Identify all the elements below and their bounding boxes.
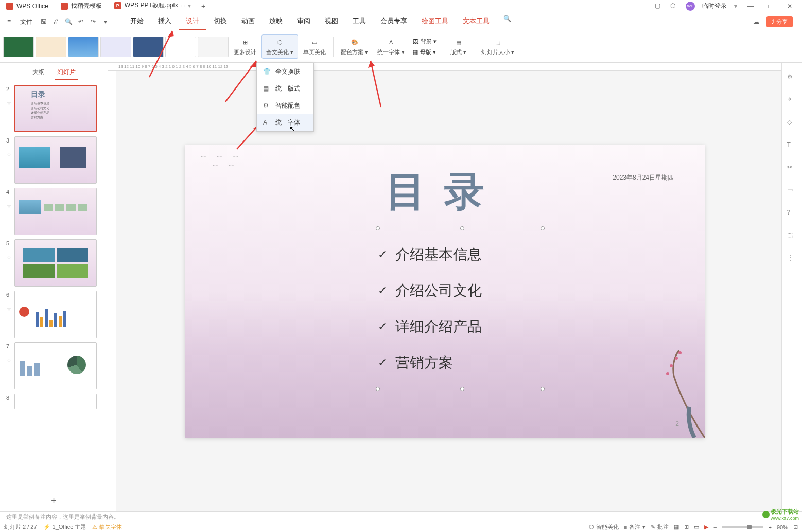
zoom-in-button[interactable]: + [769, 524, 772, 530]
zoom-slider-thumb[interactable] [747, 525, 752, 529]
print-icon[interactable]: 🖨 [51, 16, 61, 27]
tab-review[interactable]: 审阅 [290, 13, 318, 30]
cube-icon[interactable]: ⬡ [670, 2, 678, 10]
selection-handle[interactable] [541, 226, 545, 230]
star-icon[interactable]: ☆ [7, 306, 11, 312]
theme-info[interactable]: ⚡ 1_Office 主题 [43, 523, 86, 531]
content-item[interactable]: ✓介绍公司文化 [378, 281, 543, 300]
dropdown-item-font[interactable]: A 统一字体 [257, 114, 313, 131]
theme-thumbnail[interactable] [68, 37, 99, 57]
search-icon[interactable]: 🔍 [502, 13, 512, 24]
content-item[interactable]: ✓详细介绍产品 [378, 317, 543, 336]
theme-thumbnail[interactable] [36, 37, 66, 57]
selection-handle[interactable] [460, 387, 464, 391]
minimize-button[interactable]: — [744, 3, 757, 10]
user-avatar[interactable]: WP [686, 2, 695, 11]
tab-home[interactable]: 开始 [123, 13, 151, 30]
notes-toggle[interactable]: ≡ 备注 ▾ [624, 523, 646, 531]
slide-thumbnail[interactable] [14, 136, 97, 184]
help-icon[interactable]: ? [787, 209, 797, 219]
tab-slides[interactable]: 幻灯片 [55, 66, 78, 80]
selection-handle[interactable] [541, 387, 545, 391]
file-menu[interactable]: 文件 [16, 15, 37, 28]
tab-slideshow[interactable]: 放映 [262, 13, 290, 30]
slide-counter[interactable]: 幻灯片 2 / 27 [4, 523, 37, 531]
star-icon[interactable]: ☆ [7, 100, 11, 106]
login-dropdown-icon[interactable]: ▾ [734, 3, 737, 10]
add-slide-button[interactable]: + [0, 490, 108, 511]
tab-current-file[interactable]: P WPS PPT教程.pptx ○ ▾ [108, 0, 197, 12]
tools-icon[interactable]: ✂ [787, 164, 797, 174]
unify-font-button[interactable]: A 统一字体 ▾ [373, 35, 409, 58]
slide-title[interactable]: 目录 [386, 165, 503, 219]
slide-thumbnail[interactable] [14, 394, 97, 409]
tab-member[interactable]: 会员专享 [373, 13, 414, 30]
background-button[interactable]: 🖼 背景 ▾ [410, 37, 440, 46]
horizontal-ruler[interactable]: 13 12 11 10 9 8 7 6 5 4 3 2 1 0 1 2 3 4 … [108, 63, 781, 71]
smart-beautify-button[interactable]: ⬡ 智能美化 [589, 523, 619, 531]
star-icon[interactable]: ☆ [7, 152, 11, 157]
dropdown-item-reskin[interactable]: 👕 全文换肤 [257, 63, 313, 80]
tab-transition[interactable]: 切换 [206, 13, 234, 30]
slide-thumbnail[interactable] [14, 342, 97, 389]
color-scheme-button[interactable]: 🎨 配色方案 ▾ [337, 35, 372, 58]
shapes-icon[interactable]: ◇ [787, 118, 797, 129]
text-icon[interactable]: T [787, 141, 797, 151]
package-icon[interactable]: ⬚ [787, 232, 797, 242]
selection-handle[interactable] [376, 226, 380, 230]
tab-tools[interactable]: 工具 [345, 13, 373, 30]
selection-handle[interactable] [376, 387, 380, 391]
tab-animation[interactable]: 动画 [234, 13, 262, 30]
zoom-out-button[interactable]: − [713, 524, 717, 530]
zoom-level[interactable]: 90% [777, 524, 788, 530]
tab-view[interactable]: 视图 [318, 13, 345, 30]
slide-canvas[interactable]: ⌒ ⌒ ⌒ ⌒ ⌒ 2023年8月24日星期四 目录 ✓介绍基本信息 ✓介绍公司… [185, 145, 705, 438]
star-icon[interactable]: ☆ [7, 203, 11, 209]
hamburger-menu[interactable]: ≡ [4, 16, 14, 27]
tab-drawing-tools[interactable]: 绘图工具 [414, 13, 456, 30]
close-button[interactable]: ✕ [783, 3, 796, 10]
dropdown-item-layout[interactable]: ▤ 统一版式 [257, 80, 313, 97]
view-slideshow-icon[interactable]: ▶ [704, 524, 708, 530]
slide-size-button[interactable]: ⬚ 幻灯片大小 ▾ [477, 35, 518, 58]
missing-font-warning[interactable]: ⚠ 缺失字体 [92, 523, 122, 531]
save-icon[interactable]: 🖫 [39, 16, 49, 27]
undo-icon[interactable]: ↶ [76, 16, 86, 27]
format-button[interactable]: ▤ 版式 ▾ [446, 35, 470, 58]
star-icon[interactable]: ☆ [7, 358, 11, 363]
tab-outline[interactable]: 大纲 [30, 66, 47, 80]
more-icon[interactable]: ⋮ [787, 254, 797, 264]
notes-bar[interactable]: 这里是举例备注内容，这里是举例背景内容。 [0, 511, 802, 522]
full-beautify-button[interactable]: ⬡ 全文美化 ▾ [261, 34, 298, 59]
single-beautify-button[interactable]: ▭ 单页美化 [299, 35, 330, 58]
tab-docer-templates[interactable]: 找稻壳模板 [55, 0, 108, 12]
slide-thumbnail[interactable] [14, 291, 97, 338]
slide-thumbnail[interactable] [14, 188, 97, 235]
content-text-box[interactable]: ✓介绍基本信息 ✓介绍公司文化 ✓详细介绍产品 ✓营销方案 [378, 228, 543, 389]
theme-thumbnail[interactable] [165, 37, 196, 57]
view-reading-icon[interactable]: ▭ [694, 524, 699, 530]
thumbnails-list[interactable]: 2 ☆ 目录 介绍基本信息 介绍公司文化 详细介绍产品 营销方案 3 [0, 83, 108, 490]
theme-thumbnail[interactable] [133, 37, 164, 57]
tab-insert[interactable]: 插入 [151, 13, 179, 30]
more-design-button[interactable]: ⊞ 更多设计 [230, 35, 260, 58]
login-label[interactable]: 临时登录 [702, 2, 727, 10]
dropdown-item-color[interactable]: ⚙ 智能配色 [257, 97, 313, 114]
new-tab-button[interactable]: + [197, 2, 210, 10]
sliders-icon[interactable]: ⚙ [787, 73, 797, 83]
star-icon[interactable]: ☆ [7, 255, 11, 260]
master-button[interactable]: ▦ 母版 ▾ [410, 47, 440, 57]
slide-thumbnail[interactable]: 目录 介绍基本信息 介绍公司文化 详细介绍产品 营销方案 [14, 85, 97, 132]
view-sorter-icon[interactable]: ⊞ [684, 524, 689, 530]
slide-thumbnail[interactable] [14, 239, 97, 287]
theme-thumbnail[interactable] [198, 37, 229, 57]
tab-menu-icon[interactable]: ▾ [188, 2, 191, 9]
preview-icon[interactable]: 🔍 [63, 16, 74, 27]
tab-text-tools[interactable]: 文本工具 [456, 13, 497, 30]
book-icon[interactable]: ▭ [787, 186, 797, 197]
qat-dropdown-icon[interactable]: ▾ [100, 16, 111, 27]
view-normal-icon[interactable]: ▦ [674, 524, 679, 530]
star-icon[interactable]: ✧ [787, 96, 797, 106]
content-item[interactable]: ✓营销方案 [378, 353, 543, 373]
tab-wps-office[interactable]: WPS Office [0, 0, 55, 12]
